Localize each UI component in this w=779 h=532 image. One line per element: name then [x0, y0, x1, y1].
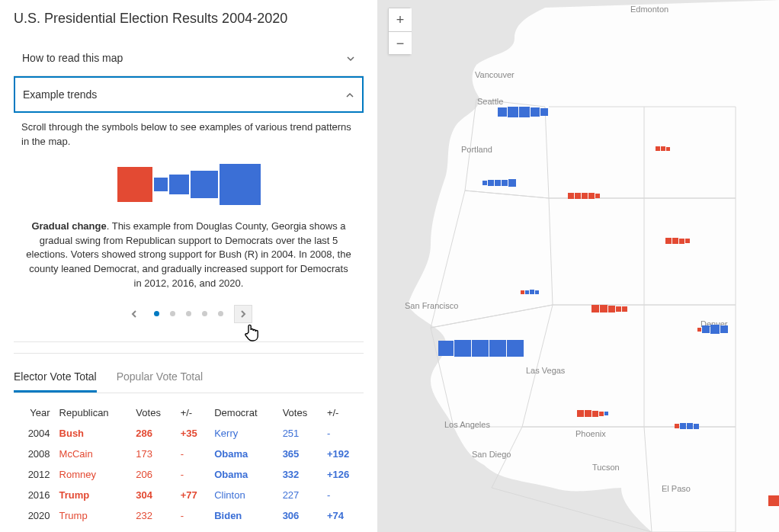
city-label: El Paso [662, 484, 691, 493]
col-year: Year [14, 402, 55, 423]
results-table: Year Republican Votes +/- Democrat Votes… [14, 402, 364, 526]
marker-utah[interactable] [591, 305, 627, 312]
cell-rvotes: 206 [131, 464, 175, 485]
col-rvotes: Votes [131, 402, 175, 423]
cell-rep: Trump [55, 485, 132, 505]
col-democrat: Democrat [210, 402, 277, 423]
city-label: Los Angeles [444, 420, 490, 429]
trend-symbol [21, 160, 356, 209]
trend-square-2008 [154, 178, 168, 191]
marker-phoenix[interactable] [577, 410, 608, 417]
marker-idaho-a[interactable] [656, 146, 670, 151]
cell-rvotes: 173 [131, 444, 175, 464]
vote-tabs: Elector Vote Total Popular Vote Total [14, 367, 364, 393]
trend-desc-lead: Gradual change [31, 220, 106, 232]
marker-bay-area[interactable] [438, 340, 524, 357]
pager-dot-1[interactable] [154, 311, 159, 316]
marker-seattle[interactable] [498, 107, 548, 117]
cell-rdelta: +77 [176, 485, 210, 505]
cell-rep: Bush [55, 423, 132, 444]
marker-nm[interactable] [675, 423, 699, 429]
zoom-out-button[interactable]: − [389, 31, 412, 54]
city-label: Seattle [477, 97, 503, 106]
divider [14, 353, 364, 354]
cell-dvotes: 365 [278, 444, 322, 464]
col-ddelta: +/- [322, 402, 364, 423]
cell-year: 2012 [14, 464, 55, 485]
col-dvotes: Votes [278, 402, 322, 423]
cell-rdelta: - [176, 444, 210, 464]
cell-year: 2020 [14, 505, 55, 526]
chevron-up-icon [345, 90, 354, 99]
trend-square-2020 [220, 164, 261, 205]
city-label: Las Vegas [526, 366, 565, 375]
tab-popular-vote[interactable]: Popular Vote Total [117, 367, 203, 393]
pager [21, 305, 356, 323]
zoom-in-button[interactable]: + [389, 8, 412, 31]
marker-edge[interactable] [768, 495, 779, 506]
cell-rep: Romney [55, 464, 132, 485]
table-row: 2012Romney206-Obama332+126 [14, 464, 364, 485]
marker-denver[interactable] [697, 325, 728, 334]
cell-rdelta: - [176, 505, 210, 526]
chevron-down-icon [346, 53, 355, 62]
accordion-trends-header[interactable]: Example trends [14, 76, 364, 113]
marker-portland[interactable] [482, 179, 516, 187]
cell-dem: Clinton [210, 485, 277, 505]
cell-rvotes: 232 [131, 505, 175, 526]
accordion-trends: Example trends Scroll through the symbol… [14, 76, 364, 342]
cell-rdelta: - [176, 464, 210, 485]
col-republican: Republican [55, 402, 132, 423]
table-row: 2008McCain173-Obama365+192 [14, 444, 364, 464]
cell-dem: Kerry [210, 423, 277, 444]
pager-next-button[interactable] [234, 305, 252, 323]
marker-wyoming[interactable] [665, 238, 690, 244]
marker-idaho-b[interactable] [568, 193, 600, 199]
city-label: Portland [461, 145, 492, 154]
cursor-hand-icon [242, 322, 263, 348]
col-rdelta: +/- [176, 402, 210, 423]
cell-dvotes: 332 [278, 464, 322, 485]
marker-nevada[interactable] [521, 290, 539, 294]
accordion-howto-label: How to read this map [22, 52, 123, 64]
trend-square-2012 [169, 175, 189, 194]
cell-rvotes: 304 [131, 485, 175, 505]
zoom-control: + − [388, 8, 411, 55]
cell-dem: Obama [210, 464, 277, 485]
cell-dvotes: 227 [278, 485, 322, 505]
city-label: Edmonton [630, 5, 668, 14]
city-label: Phoenix [575, 429, 606, 438]
accordion-trends-body: Scroll through the symbols below to see … [14, 113, 364, 341]
table-row: 2016Trump304+77Clinton227- [14, 485, 364, 505]
tab-elector-vote[interactable]: Elector Vote Total [14, 367, 97, 393]
city-label: San Diego [472, 450, 511, 459]
cell-dvotes: 306 [278, 505, 322, 526]
cell-rep: Trump [55, 505, 132, 526]
cell-dem: Biden [210, 505, 277, 526]
cell-ddelta: - [322, 423, 364, 444]
trends-hint: Scroll through the symbols below to see … [21, 120, 356, 149]
map-canvas[interactable]: + − EdmontonVancouverSeattlePortlandSan … [377, 0, 779, 532]
cell-dvotes: 251 [278, 423, 322, 444]
pager-dot-4[interactable] [202, 311, 207, 316]
cell-ddelta: +74 [322, 505, 364, 526]
cell-ddelta: +126 [322, 464, 364, 485]
map-basemap [377, 0, 779, 532]
city-label: Vancouver [475, 70, 515, 79]
accordion-howto-header[interactable]: How to read this map [14, 40, 364, 75]
pager-dot-5[interactable] [218, 311, 223, 316]
city-label: Tucson [592, 463, 620, 472]
trend-description: Gradual change. This example from Dougla… [21, 220, 356, 291]
page-title: U.S. Presidential Election Results 2004-… [14, 11, 364, 27]
trend-square-2004 [117, 167, 152, 202]
pager-dot-3[interactable] [186, 311, 191, 316]
pager-prev-button[interactable] [125, 305, 143, 323]
pager-dot-2[interactable] [170, 311, 175, 316]
cell-year: 2004 [14, 423, 55, 444]
cell-rdelta: +35 [176, 423, 210, 444]
trend-square-2016 [191, 171, 218, 198]
cell-rep: McCain [55, 444, 132, 464]
accordion-trends-label: Example trends [23, 88, 97, 101]
side-panel: U.S. Presidential Election Results 2004-… [0, 0, 377, 532]
cell-dem: Obama [210, 444, 277, 464]
